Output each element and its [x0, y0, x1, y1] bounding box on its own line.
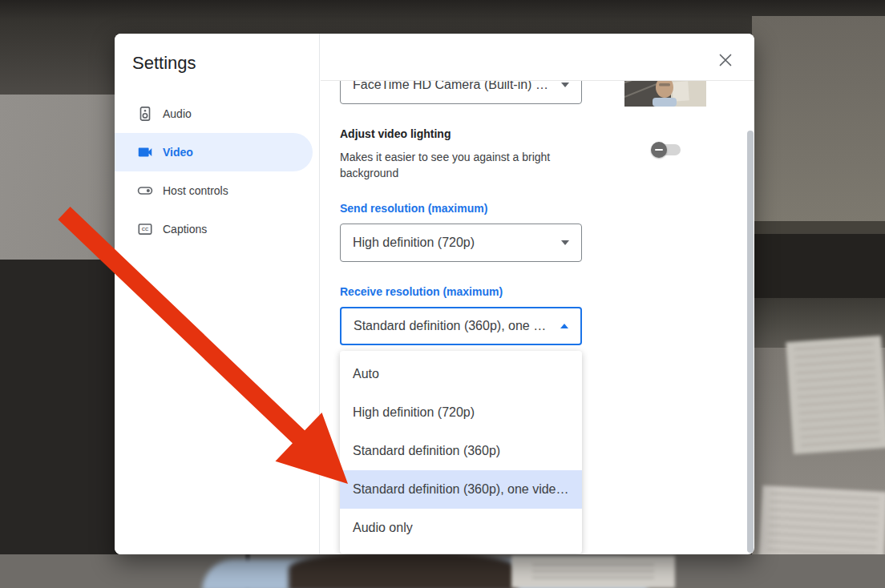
background-screen-edge	[752, 221, 885, 234]
toggle-knob	[651, 142, 667, 158]
send-resolution-value: High definition (720p)	[353, 236, 475, 250]
settings-sidebar: Settings Audio Video	[115, 34, 320, 554]
receive-resolution-menu: Auto High definition (720p) Standard def…	[340, 351, 582, 554]
scrollbar-thumb[interactable]	[747, 131, 754, 553]
sidebar-item-audio[interactable]: Audio	[115, 95, 313, 133]
dialog-header	[321, 34, 754, 81]
sidebar-item-host-controls[interactable]: Host controls	[115, 171, 313, 210]
chevron-down-icon	[561, 240, 569, 245]
background-poster	[511, 556, 675, 588]
sidebar-item-label: Video	[163, 146, 193, 159]
sidebar-item-captions[interactable]: CC Captions	[115, 210, 313, 248]
menu-option-high-definition[interactable]: High definition (720p)	[340, 393, 582, 432]
chevron-down-icon	[561, 83, 569, 87]
svg-text:CC: CC	[142, 227, 149, 232]
settings-dialog: Settings Audio Video	[115, 34, 754, 554]
page-title: Settings	[132, 53, 196, 74]
menu-option-standard-definition-one-video[interactable]: Standard definition (360p), one vide…	[340, 470, 582, 509]
background-paper	[786, 336, 885, 454]
speaker-icon	[136, 105, 154, 123]
captions-icon: CC	[136, 220, 154, 238]
close-icon	[717, 52, 733, 68]
menu-option-auto[interactable]: Auto	[340, 355, 582, 393]
toggle-icon	[136, 182, 154, 199]
sidebar-item-label: Captions	[163, 223, 207, 236]
close-button[interactable]	[717, 52, 733, 68]
sidebar-item-label: Host controls	[163, 184, 228, 197]
background-projection-screen	[752, 16, 885, 223]
receive-resolution-value: Standard definition (360p), one …	[354, 319, 546, 333]
sidebar-item-video[interactable]: Video	[115, 133, 313, 171]
receive-resolution-select[interactable]: Standard definition (360p), one …	[340, 307, 582, 345]
background-person-head	[289, 551, 518, 588]
receive-resolution-label: Receive resolution (maximum)	[340, 285, 503, 298]
lighting-description: Makes it easier to see you against a bri…	[340, 149, 564, 181]
sidebar-item-label: Audio	[163, 107, 192, 120]
chevron-up-icon	[560, 324, 568, 328]
lighting-title: Adjust video lighting	[340, 127, 451, 140]
send-resolution-select[interactable]: High definition (720p)	[340, 224, 582, 262]
videocam-icon	[136, 143, 154, 161]
menu-option-audio-only[interactable]: Audio only	[340, 509, 582, 547]
background-shadow-right	[752, 234, 885, 300]
screen: Settings Audio Video	[0, 0, 885, 588]
send-resolution-label: Send resolution (maximum)	[340, 202, 487, 215]
menu-option-standard-definition[interactable]: Standard definition (360p)	[340, 432, 582, 470]
lighting-toggle[interactable]	[651, 142, 683, 158]
toggle-dash-icon	[655, 149, 663, 151]
